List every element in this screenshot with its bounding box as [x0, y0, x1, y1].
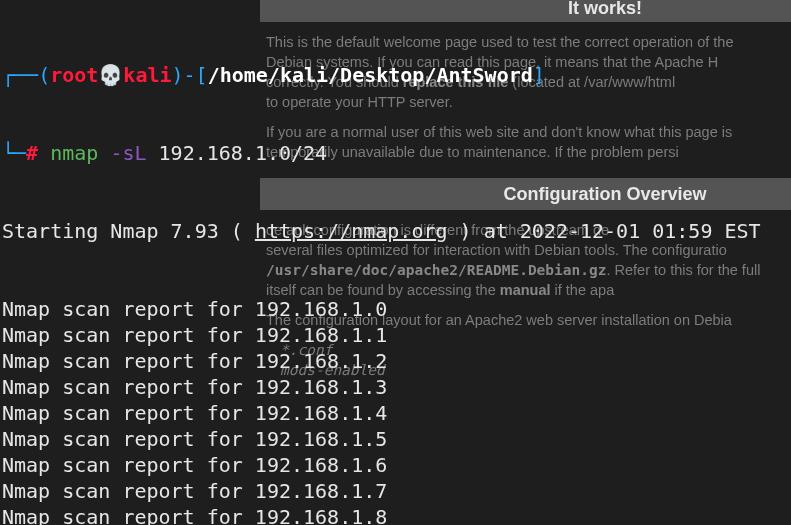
paren-open: ( — [38, 63, 50, 87]
nmap-scan-line: Nmap scan report for 192.168.1.3 — [0, 374, 791, 400]
nmap-start-line: Starting Nmap 7.93 ( https://nmap.org ) … — [0, 218, 791, 244]
nmap-scan-line: Nmap scan report for 192.168.1.8 — [0, 504, 791, 525]
nmap-scan-line: Nmap scan report for 192.168.1.7 — [0, 478, 791, 504]
nmap-scan-line: Nmap scan report for 192.168.1.0 — [0, 296, 791, 322]
terminal[interactable]: ┌──(root💀kali)-[/home/kali/Desktop/AntSw… — [0, 0, 791, 525]
nmap-scan-line: Nmap scan report for 192.168.1.6 — [0, 452, 791, 478]
nmap-scan-line: Nmap scan report for 192.168.1.2 — [0, 348, 791, 374]
prompt-user: root — [50, 63, 98, 87]
box-drawing-top: ┌── — [2, 63, 38, 87]
prompt-dash: - — [184, 63, 196, 87]
paren-close: ) — [172, 63, 184, 87]
nmap-url[interactable]: https://nmap.org — [255, 219, 448, 243]
command-flag: -sL — [110, 141, 146, 165]
command-arg: 192.168.1.0/24 — [159, 141, 328, 165]
prompt-line-2: └─# nmap -sL 192.168.1.0/24 — [0, 140, 791, 166]
bracket-open: [ — [196, 63, 208, 87]
nmap-scan-line: Nmap scan report for 192.168.1.4 — [0, 400, 791, 426]
prompt-host: kali — [123, 63, 171, 87]
bracket-close: ] — [533, 63, 545, 87]
nmap-scan-line: Nmap scan report for 192.168.1.1 — [0, 322, 791, 348]
skull-icon: 💀 — [98, 63, 123, 87]
prompt-hash: # — [26, 141, 38, 165]
box-drawing-bottom: └─ — [2, 141, 26, 165]
prompt-line-1: ┌──(root💀kali)-[/home/kali/Desktop/AntSw… — [0, 52, 791, 88]
nmap-scan-line: Nmap scan report for 192.168.1.5 — [0, 426, 791, 452]
prompt-cwd: /home/kali/Desktop/AntSword — [208, 63, 533, 87]
command-name: nmap — [50, 141, 98, 165]
